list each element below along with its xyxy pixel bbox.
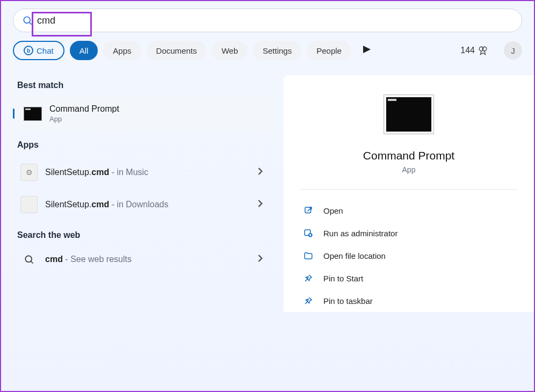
filter-web[interactable]: Web	[212, 41, 248, 60]
chat-label: Chat	[37, 46, 54, 55]
action-pin-taskbar[interactable]: Pin to taskbar	[300, 289, 518, 312]
best-match-item[interactable]: Command Prompt App	[13, 97, 276, 130]
preview-title: Command Prompt	[300, 149, 518, 162]
app-result[interactable]: SilentSetup.cmd - in Downloads	[13, 188, 276, 221]
action-open[interactable]: Open	[300, 199, 518, 222]
svg-point-0	[24, 17, 30, 23]
filter-row: b Chat All Apps Documents Web Settings P…	[1, 32, 534, 66]
best-match-title: Command Prompt	[49, 104, 119, 114]
svg-point-5	[25, 256, 32, 262]
avatar[interactable]: J	[504, 41, 522, 60]
action-open-location[interactable]: Open file location	[300, 244, 518, 267]
app-result[interactable]: ⚙ SilentSetup.cmd - in Music	[13, 156, 276, 188]
svg-line-1	[30, 23, 32, 25]
results-pane: Best match Command Prompt App Apps ⚙ Sil…	[13, 71, 276, 312]
chat-button[interactable]: b Chat	[13, 41, 64, 60]
avatar-initial: J	[511, 46, 515, 55]
chevron-right-icon[interactable]	[252, 200, 269, 209]
pin-icon	[303, 296, 314, 306]
filter-documents[interactable]: Documents	[147, 41, 207, 60]
pin-icon	[303, 273, 314, 283]
divider	[300, 189, 518, 190]
search-bar[interactable]	[13, 9, 522, 32]
action-pin-start[interactable]: Pin to Start	[300, 267, 518, 289]
search-icon	[20, 254, 38, 265]
filter-settings[interactable]: Settings	[253, 41, 301, 60]
svg-line-6	[31, 262, 33, 264]
points-value: 144	[460, 46, 475, 55]
shield-icon	[303, 228, 314, 238]
preview-subtitle: App	[300, 165, 518, 174]
filter-people[interactable]: People	[307, 41, 351, 60]
folder-icon	[303, 251, 314, 260]
bing-icon: b	[24, 46, 33, 55]
app-result-text: SilentSetup.cmd - in Music	[45, 168, 252, 177]
web-result[interactable]: cmd - See web results	[13, 246, 276, 272]
more-filters-icon[interactable]	[357, 46, 377, 55]
chevron-right-icon[interactable]	[252, 255, 269, 264]
action-label: Pin to taskbar	[323, 296, 373, 306]
best-match-header: Best match	[13, 71, 276, 97]
file-icon: ⚙	[20, 164, 38, 181]
action-run-admin[interactable]: Run as administrator	[300, 222, 518, 244]
action-label: Open file location	[323, 251, 386, 260]
svg-marker-2	[363, 46, 371, 53]
filter-apps[interactable]: Apps	[103, 41, 141, 60]
apps-header: Apps	[13, 130, 276, 156]
action-label: Open	[323, 206, 343, 215]
chevron-right-icon[interactable]	[252, 168, 269, 177]
preview-pane: Command Prompt App Open Run as administr…	[284, 75, 534, 312]
medal-icon	[478, 46, 488, 55]
svg-rect-7	[305, 207, 311, 213]
cmd-icon	[24, 107, 42, 121]
app-result-text: SilentSetup.cmd - in Downloads	[45, 200, 252, 209]
search-input[interactable]	[37, 15, 513, 26]
filter-all[interactable]: All	[70, 41, 98, 60]
file-icon	[20, 196, 38, 213]
open-icon	[303, 206, 314, 215]
search-web-header: Search the web	[13, 221, 276, 246]
action-label: Pin to Start	[323, 274, 363, 283]
preview-thumbnail	[384, 95, 434, 134]
rewards-points[interactable]: 144	[455, 46, 493, 55]
search-icon	[22, 15, 33, 26]
web-result-text: cmd - See web results	[45, 255, 252, 264]
best-match-subtitle: App	[49, 115, 119, 123]
action-label: Run as administrator	[323, 229, 397, 238]
